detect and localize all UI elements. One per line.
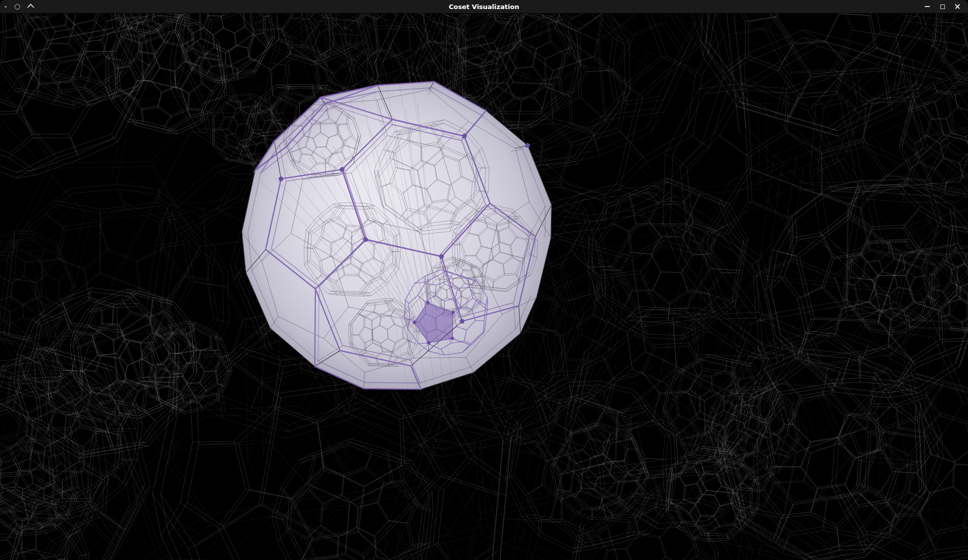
minimize-button[interactable] xyxy=(923,2,932,11)
app-window: Coset Visualization xyxy=(0,0,968,560)
viewport xyxy=(0,14,968,560)
circle-icon[interactable] xyxy=(15,4,20,10)
minimize-icon xyxy=(925,6,930,7)
close-button[interactable] xyxy=(953,2,962,11)
chevron-up-icon[interactable] xyxy=(27,4,34,11)
coset-3d-canvas[interactable] xyxy=(0,14,968,560)
titlebar-left-icons xyxy=(0,4,33,10)
titlebar: Coset Visualization xyxy=(0,0,968,14)
window-controls xyxy=(923,2,968,11)
dot-indicator-icon xyxy=(5,6,7,8)
window-title: Coset Visualization xyxy=(0,0,968,13)
maximize-icon xyxy=(940,5,945,9)
close-icon xyxy=(954,4,960,10)
maximize-button[interactable] xyxy=(938,2,947,11)
